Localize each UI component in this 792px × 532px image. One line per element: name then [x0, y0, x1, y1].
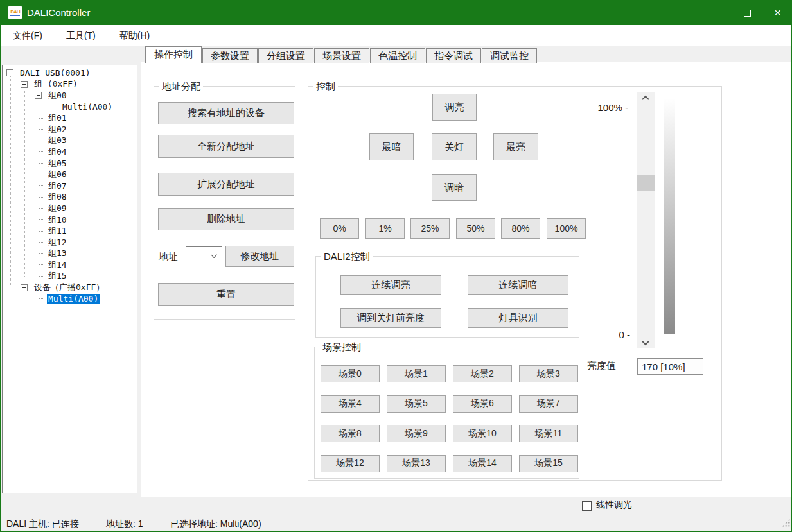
tree-item-group11[interactable]: 组11 [47, 225, 68, 237]
tree-connector [39, 242, 44, 243]
tree-item-group07[interactable]: 组07 [47, 180, 68, 192]
scene-14-button[interactable]: 场景14 [453, 455, 512, 472]
tree-item-device-broadcast[interactable]: 设备（广播0xFF） [33, 282, 105, 293]
tree-item-group04[interactable]: 组04 [47, 146, 68, 158]
extend-assign-address-button[interactable]: 扩展分配地址 [158, 173, 294, 196]
tree-connector [39, 197, 44, 198]
tree-item-group13[interactable]: 组13 [47, 248, 68, 259]
tree-item-group05[interactable]: 组05 [47, 158, 68, 169]
control-group-title: 控制 [313, 81, 338, 93]
tree-item-group10[interactable]: 组10 [47, 214, 68, 226]
tree-connector [39, 298, 44, 299]
tree-connector [39, 118, 44, 119]
dim-up-button[interactable]: 调亮 [432, 94, 477, 121]
tree-item-group09[interactable]: 组09 [47, 203, 68, 214]
tree-item-group14[interactable]: 组14 [47, 259, 68, 271]
tab-command-debug[interactable]: 指令调试 [426, 48, 481, 63]
assign-new-address-button[interactable]: 全新分配地址 [158, 135, 294, 158]
tab-parameter-settings[interactable]: 参数设置 [202, 48, 258, 63]
reset-button[interactable]: 重置 [158, 283, 294, 306]
minimize-button[interactable] [702, 1, 732, 25]
percent-0-button[interactable]: 0% [320, 218, 359, 239]
scroll-down-button[interactable] [637, 336, 655, 348]
percent-25-button[interactable]: 25% [410, 218, 450, 239]
menu-tools[interactable]: 工具(T) [57, 25, 105, 46]
scrollbar-thumb[interactable] [637, 175, 655, 191]
scene-3-button[interactable]: 场景3 [519, 365, 578, 382]
tree-connector [39, 141, 44, 141]
scene-2-button[interactable]: 场景2 [453, 365, 512, 382]
scene-9-button[interactable]: 场景9 [387, 425, 446, 442]
linear-dimming-label[interactable]: 线性调光 [596, 499, 632, 511]
tree-connector [39, 151, 44, 152]
delete-address-button[interactable]: 删除地址 [158, 208, 294, 230]
chevron-up-icon [642, 95, 649, 102]
scene-10-button[interactable]: 场景10 [453, 425, 512, 442]
brightest-button[interactable]: 最亮 [493, 133, 538, 160]
status-address-count: 地址数: 1 [106, 519, 143, 530]
scene-12-button[interactable]: 场景12 [321, 455, 380, 472]
tree-collapse-icon[interactable] [21, 284, 28, 291]
tree-item-group03[interactable]: 组03 [47, 135, 68, 146]
tree-item-group-root[interactable]: 组 (0xFF) [33, 78, 79, 90]
percent-1-button[interactable]: 1% [365, 218, 405, 239]
tree-item-multi-a00-selected[interactable]: Multi(A00) [47, 294, 100, 304]
menu-file[interactable]: 文件(F) [4, 25, 51, 46]
tab-debug-monitor[interactable]: 调试监控 [482, 48, 537, 63]
tree-item-dali-usb[interactable]: DALI USB(0001) [19, 68, 92, 78]
tree-item-group01[interactable]: 组01 [47, 112, 68, 124]
tab-scene-settings[interactable]: 场景设置 [314, 48, 369, 63]
tree-collapse-icon[interactable] [21, 81, 28, 88]
continuous-brighten-button[interactable]: 连续调亮 [340, 275, 441, 295]
scene-11-button[interactable]: 场景11 [519, 425, 578, 442]
scene-13-button[interactable]: 场景13 [387, 455, 446, 472]
tab-group-settings[interactable]: 分组设置 [258, 48, 313, 63]
close-button[interactable]: ✕ [762, 1, 792, 25]
tree-item-multi-a00[interactable]: Multi(A00) [61, 102, 114, 112]
brightness-value-field[interactable]: 170 [10%] [637, 358, 703, 375]
modify-address-button[interactable]: 修改地址 [225, 246, 294, 267]
tree-item-group15[interactable]: 组15 [47, 270, 68, 282]
address-select[interactable] [186, 246, 222, 266]
menu-help[interactable]: 帮助(H) [110, 25, 159, 46]
app-icon: DALI [8, 6, 22, 19]
tree-connector [53, 107, 58, 107]
tree-collapse-icon[interactable] [6, 69, 13, 76]
scene-4-button[interactable]: 场景4 [321, 395, 380, 413]
resize-grip[interactable] [782, 519, 790, 527]
maximize-button[interactable] [732, 1, 762, 25]
tree-item-group00[interactable]: 组00 [47, 90, 68, 101]
darkest-button[interactable]: 最暗 [369, 133, 414, 160]
device-tree: DALI USB(0001) 组 (0xFF) 组00 Multi(A00) 组… [2, 65, 137, 493]
tree-item-group06[interactable]: 组06 [47, 169, 68, 180]
tab-color-temp-control[interactable]: 色温控制 [370, 48, 425, 63]
tree-item-group08[interactable]: 组08 [47, 191, 68, 203]
percent-80-button[interactable]: 80% [501, 218, 540, 239]
tree-item-group02[interactable]: 组02 [47, 124, 68, 135]
percent-100-button[interactable]: 100% [547, 218, 586, 239]
scene-0-button[interactable]: 场景0 [321, 365, 380, 382]
scene-6-button[interactable]: 场景6 [453, 395, 512, 413]
tree-connector [39, 163, 44, 164]
title-bar: DALI DALIController ✕ [1, 1, 792, 25]
tree-collapse-icon[interactable] [35, 92, 42, 99]
restore-pre-off-level-button[interactable]: 调到关灯前亮度 [340, 308, 441, 328]
menu-bar: 文件(F) 工具(T) 帮助(H) [1, 25, 792, 46]
scene-1-button[interactable]: 场景1 [387, 365, 446, 382]
light-off-button[interactable]: 关灯 [432, 133, 477, 160]
continuous-dim-button[interactable]: 连续调暗 [468, 275, 568, 295]
tab-strip: 操作控制 参数设置 分组设置 场景设置 色温控制 指令调试 调试监控 [145, 46, 538, 63]
brightness-scrollbar[interactable] [637, 92, 655, 348]
scene-8-button[interactable]: 场景8 [321, 425, 380, 442]
luminaire-identify-button[interactable]: 灯具识别 [468, 308, 568, 328]
linear-dimming-checkbox[interactable] [582, 501, 592, 511]
scene-5-button[interactable]: 场景5 [387, 395, 446, 413]
scene-7-button[interactable]: 场景7 [519, 395, 578, 413]
scroll-up-button[interactable] [637, 92, 655, 104]
search-addressed-devices-button[interactable]: 搜索有地址的设备 [158, 102, 294, 124]
scene-15-button[interactable]: 场景15 [519, 455, 578, 472]
tree-item-group12[interactable]: 组12 [47, 237, 68, 248]
tab-operation-control[interactable]: 操作控制 [145, 46, 202, 63]
percent-50-button[interactable]: 50% [456, 218, 495, 239]
dim-down-button[interactable]: 调暗 [432, 174, 477, 201]
